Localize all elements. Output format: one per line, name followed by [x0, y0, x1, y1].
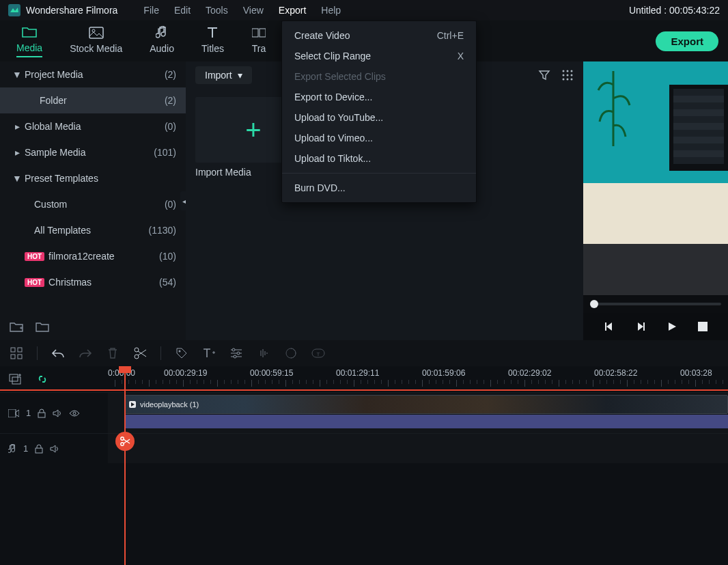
- svg-point-7: [571, 70, 573, 72]
- timeline-ruler[interactable]: 0:00:00 00:00:29:1900:00:59:1500:01:29:1…: [0, 366, 728, 392]
- lock-icon[interactable]: [35, 444, 43, 454]
- ruler-time-label: 00:02:29:02: [508, 368, 551, 378]
- sidebar-preset-templates[interactable]: ▼Preset Templates: [0, 165, 186, 191]
- stop-icon[interactable]: [698, 322, 708, 331]
- playback-controls: [583, 313, 728, 340]
- export-button[interactable]: Export: [656, 31, 718, 51]
- menu-export[interactable]: Export: [279, 5, 306, 16]
- ruler-time-label: 00:02:58:22: [594, 368, 637, 378]
- sidebar-sample-media[interactable]: ▸Sample Media(101): [0, 139, 186, 165]
- sidebar-folder[interactable]: Folder(2): [0, 87, 186, 113]
- svg-rect-29: [12, 377, 20, 384]
- chevron-right-icon: ▸: [10, 147, 25, 158]
- trash-icon[interactable]: [106, 346, 120, 360]
- tab-titles[interactable]: Titles: [201, 25, 224, 57]
- audio-track-header: 1: [0, 434, 108, 463]
- tab-stock-media[interactable]: Stock Media: [70, 25, 122, 57]
- tab-transitions[interactable]: Tra: [251, 25, 266, 57]
- filter-icon[interactable]: [538, 69, 550, 81]
- menu-view[interactable]: View: [243, 5, 264, 16]
- folder-icon: [22, 25, 37, 40]
- text-icon: [205, 25, 220, 40]
- sidebar-custom[interactable]: Custom(0): [0, 191, 186, 217]
- playhead-scissors-icon[interactable]: [115, 432, 135, 451]
- range-marker-line: [0, 389, 728, 391]
- video-track-body[interactable]: videoplayback (1): [108, 393, 728, 433]
- import-dropdown[interactable]: Import▾: [195, 66, 252, 84]
- sidebar-christmas[interactable]: HOTChristmas(54): [0, 269, 186, 295]
- audio-track-row: 1: [0, 433, 728, 463]
- color-icon[interactable]: [284, 346, 298, 360]
- marker-add-icon[interactable]: [8, 373, 22, 385]
- menu-edit[interactable]: Edit: [174, 5, 191, 16]
- menu-file[interactable]: File: [143, 5, 159, 16]
- text-add-icon[interactable]: [202, 346, 216, 360]
- menu-tools[interactable]: Tools: [206, 5, 228, 16]
- export-create-video[interactable]: Create VideoCtrl+E: [282, 25, 476, 46]
- chevron-down-icon: ▼: [10, 69, 25, 80]
- sliders-icon[interactable]: [229, 346, 243, 360]
- tab-stock-label: Stock Media: [70, 43, 122, 54]
- svg-point-32: [73, 412, 76, 415]
- app-name: Wondershare Filmora: [26, 5, 117, 16]
- audio-wave-icon[interactable]: [257, 346, 270, 360]
- play-small-icon: [129, 401, 136, 408]
- tab-media[interactable]: Media: [16, 25, 42, 57]
- sidebar-project-media[interactable]: ▼Project Media(2): [0, 61, 186, 87]
- upload-to-youtube[interactable]: Upload to YouTube...: [282, 107, 476, 128]
- ruler-time-label: 00:03:28: [680, 368, 712, 378]
- lock-icon[interactable]: [38, 409, 46, 418]
- playhead-handle[interactable]: [119, 366, 131, 373]
- grid-view-icon[interactable]: [561, 69, 574, 81]
- collapse-sidebar-icon[interactable]: ◂: [180, 191, 187, 210]
- tag-icon[interactable]: [175, 346, 188, 360]
- mute-icon[interactable]: [50, 445, 59, 453]
- timeline-clip-audio-lane[interactable]: [124, 415, 728, 428]
- apps-icon[interactable]: [10, 346, 23, 360]
- svg-point-21: [179, 350, 181, 353]
- undo-icon[interactable]: [51, 346, 65, 360]
- svg-point-9: [567, 74, 569, 77]
- svg-rect-3: [252, 29, 258, 37]
- tab-titles-label: Titles: [201, 43, 224, 54]
- new-folder-icon[interactable]: [10, 322, 23, 333]
- media-sidebar: ▼Project Media(2) Folder(2) ▸Global Medi…: [0, 61, 186, 340]
- sidebar-filmora12create[interactable]: HOTfilmora12create(10): [0, 243, 186, 269]
- sidebar-all-templates[interactable]: All Templates(1130): [0, 217, 186, 243]
- svg-rect-31: [38, 413, 45, 417]
- video-track-icon[interactable]: [8, 409, 19, 417]
- export-to-device[interactable]: Export to Device...: [282, 87, 476, 107]
- link-icon[interactable]: [36, 373, 49, 385]
- export-select-clip-range[interactable]: Select Clip RangeX: [282, 46, 476, 66]
- menu-help[interactable]: Help: [321, 5, 341, 16]
- ruler-time-label: 00:01:29:11: [336, 368, 379, 378]
- svg-point-8: [563, 74, 565, 77]
- svg-point-10: [571, 74, 573, 77]
- scrub-handle[interactable]: [590, 300, 598, 308]
- timeline-clip[interactable]: videoplayback (1): [124, 395, 728, 414]
- svg-rect-34: [36, 448, 42, 453]
- video-track-row: 1 videoplayback (1): [0, 392, 728, 433]
- timecode-icon[interactable]: T: [311, 346, 325, 360]
- tab-trans-label: Tra: [252, 43, 266, 54]
- upload-to-vimeo[interactable]: Upload to Vimeo...: [282, 128, 476, 148]
- ruler-time-label: 00:00:29:19: [164, 368, 207, 378]
- redo-icon[interactable]: [79, 346, 92, 360]
- audio-track-icon[interactable]: [8, 444, 16, 454]
- tab-audio[interactable]: Audio: [150, 25, 174, 57]
- prev-frame-icon[interactable]: [604, 321, 615, 332]
- upload-to-tiktok[interactable]: Upload to Tiktok...: [282, 148, 476, 169]
- audio-track-body[interactable]: [108, 434, 728, 463]
- sidebar-global-media[interactable]: ▸Global Media(0): [0, 113, 186, 139]
- svg-rect-1: [89, 27, 103, 38]
- next-frame-icon[interactable]: [635, 321, 646, 332]
- play-icon[interactable]: [667, 321, 677, 332]
- scissors-icon[interactable]: [133, 346, 147, 360]
- mute-icon[interactable]: [53, 409, 62, 417]
- preview-scrubber[interactable]: [583, 295, 728, 313]
- folder-icon[interactable]: [36, 322, 49, 333]
- svg-point-6: [567, 70, 569, 72]
- burn-dvd[interactable]: Burn DVD...: [282, 178, 476, 198]
- eye-icon[interactable]: [69, 409, 80, 417]
- playhead[interactable]: [124, 366, 126, 565]
